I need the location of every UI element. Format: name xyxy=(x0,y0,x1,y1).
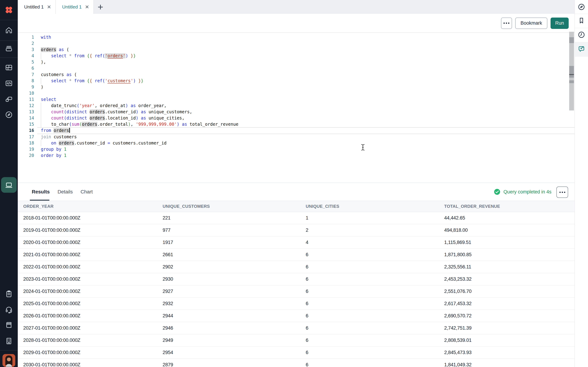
close-icon[interactable]: ✕ xyxy=(47,4,51,10)
tab-results[interactable]: Results xyxy=(32,189,50,195)
table-cell: 4 xyxy=(306,240,444,245)
line-number: 5 xyxy=(18,59,34,65)
clipboard-icon[interactable] xyxy=(5,290,13,298)
results-more-button[interactable] xyxy=(556,186,568,198)
table-cell: 2,453,253.32 xyxy=(444,276,574,282)
code-line-10[interactable]: 10 xyxy=(18,90,574,96)
sql-editor[interactable]: 1with23orders as (4 select * from {{ ref… xyxy=(18,33,574,183)
tab-untitled-2[interactable]: Untitled 1 ✕ xyxy=(56,0,94,14)
ai-chat-icon[interactable] xyxy=(578,45,585,53)
code-line-1[interactable]: 1with xyxy=(18,34,574,41)
code-line-6[interactable]: 6 xyxy=(18,65,574,71)
support-headset-icon[interactable] xyxy=(5,306,13,314)
table-cell: 221 xyxy=(163,215,306,221)
table-row[interactable]: 2022-01-01T00:00:00.000Z290262,325,556.1… xyxy=(18,261,574,273)
new-tab-button[interactable]: + xyxy=(98,2,103,12)
bookmark-icon[interactable] xyxy=(578,17,585,25)
explore-compass-icon[interactable] xyxy=(5,111,13,119)
tab-untitled-1[interactable]: Untitled 1 ✕ xyxy=(18,0,56,14)
code-line-15[interactable]: 15 to_char(sum(orders.order_total), '999… xyxy=(18,121,574,127)
table-cell: 2902 xyxy=(163,264,306,270)
table-row[interactable]: 2027-01-01T00:00:00.000Z294662,742,751.3… xyxy=(18,322,574,334)
table-cell: 2 xyxy=(306,227,444,233)
close-icon[interactable]: ✕ xyxy=(85,4,89,10)
organization-building-icon[interactable] xyxy=(5,337,13,345)
tab-label: Untitled 1 xyxy=(62,4,82,10)
table-cell: 2024-01-01T00:00:00.000Z xyxy=(23,289,163,294)
more-options-button[interactable] xyxy=(501,17,512,29)
table-row[interactable]: 2021-01-01T00:00:00.000Z266161,871,800.8… xyxy=(18,249,574,261)
code-line-2[interactable]: 2 xyxy=(18,41,574,47)
code-line-13[interactable]: 13 count(distinct orders.customer_id) as… xyxy=(18,109,574,115)
table-row[interactable]: 2023-01-01T00:00:00.000Z293062,453,253.3… xyxy=(18,273,574,285)
left-sidebar xyxy=(0,0,18,367)
compass-icon[interactable] xyxy=(578,3,585,11)
table-row[interactable]: 2028-01-01T00:00:00.000Z294962,808,539.0… xyxy=(18,334,574,347)
code-line-16[interactable]: 16from orders xyxy=(18,127,574,134)
divider xyxy=(0,58,18,58)
table-row[interactable]: 2020-01-01T00:00:00.000Z191741,115,869.5… xyxy=(18,236,574,249)
column-header[interactable]: ORDER_YEAR xyxy=(23,204,163,209)
table-row[interactable]: 2025-01-01T00:00:00.000Z293262,617,453.3… xyxy=(18,298,574,310)
column-header[interactable]: UNIQUE_CUSTOMERS xyxy=(163,204,306,209)
toolbar: Bookmark Run xyxy=(18,14,574,33)
code-line-18[interactable]: 18 on orders.customer_id = customers.cus… xyxy=(18,140,574,146)
results-panel: Results Details Chart Query completed in… xyxy=(18,183,574,367)
overview-ruler-scrollbar[interactable] xyxy=(569,32,574,110)
projects-tray-icon[interactable] xyxy=(5,44,13,52)
line-number: 11 xyxy=(18,96,34,103)
user-avatar[interactable] xyxy=(2,354,15,367)
table-row[interactable]: 2029-01-01T00:00:00.000Z295462,845,473.9… xyxy=(18,347,574,359)
table-row[interactable]: 2026-01-01T00:00:00.000Z294462,690,570.7… xyxy=(18,310,574,322)
table-cell: 1 xyxy=(306,215,444,221)
text-cursor-pointer xyxy=(361,144,365,151)
table-row[interactable]: 2030-01-01T00:00:00.000Z287961,841,049.3… xyxy=(18,359,574,367)
code-line-12[interactable]: 12 date_trunc('year', ordered_at) as ord… xyxy=(18,103,574,109)
table-cell: 1,115,869.51 xyxy=(444,240,574,245)
code-line-4[interactable]: 4 select * from {{ ref('orders') }} xyxy=(18,53,574,59)
query-status-text: Query completed in 4s xyxy=(503,189,551,195)
column-header[interactable]: UNIQUE_CITIES xyxy=(306,204,444,209)
code-line-5[interactable]: 5), xyxy=(18,59,574,65)
code-line-3[interactable]: 3orders as ( xyxy=(18,47,574,53)
check-circle-icon xyxy=(493,188,501,195)
table-cell: 2026-01-01T00:00:00.000Z xyxy=(23,313,163,319)
table-cell: 6 xyxy=(306,264,444,270)
tab-details[interactable]: Details xyxy=(58,189,73,195)
table-cell: 2030-01-01T00:00:00.000Z xyxy=(23,362,163,367)
run-button[interactable]: Run xyxy=(551,17,569,29)
hex-logo[interactable] xyxy=(0,0,18,20)
code-lines: 1with23orders as (4 select * from {{ ref… xyxy=(18,34,574,159)
bookmark-button[interactable]: Bookmark xyxy=(515,17,547,29)
templates-grid-icon[interactable] xyxy=(5,63,13,72)
code-line-9[interactable]: 9) xyxy=(18,84,574,90)
tab-chart[interactable]: Chart xyxy=(81,189,93,195)
code-line-14[interactable]: 14 count(distinct orders.location_id) as… xyxy=(18,115,574,121)
code-line-8[interactable]: 8 select * from {{ ref('customers') }} xyxy=(18,78,574,84)
table-cell: 2879 xyxy=(163,362,306,367)
history-clock-icon[interactable] xyxy=(578,31,585,39)
line-number: 17 xyxy=(18,134,34,140)
divider xyxy=(575,28,588,28)
divider xyxy=(0,350,18,350)
code-line-11[interactable]: 11select xyxy=(18,96,574,103)
code-line-20[interactable]: 20order by 1 xyxy=(18,152,574,159)
column-header[interactable]: TOTAL_ORDER_REVENUE xyxy=(444,204,574,209)
main-area: Untitled 1 ✕ Untitled 1 ✕ + Bookmark Run… xyxy=(18,0,574,367)
home-icon[interactable] xyxy=(5,26,13,34)
components-icon[interactable] xyxy=(5,95,13,103)
code-line-7[interactable]: 7customers as ( xyxy=(18,72,574,78)
code-line-17[interactable]: 17join customers xyxy=(18,134,574,140)
workspace-laptop-item-active[interactable] xyxy=(1,177,17,193)
line-number: 8 xyxy=(18,78,34,84)
table-row[interactable]: 2019-01-01T00:00:00.000Z9772494,818.00 xyxy=(18,224,574,236)
table-cell: 2954 xyxy=(163,350,306,355)
table-row[interactable]: 2024-01-01T00:00:00.000Z292762,551,076.7… xyxy=(18,285,574,298)
table-cell: 2021-01-01T00:00:00.000Z xyxy=(23,252,163,258)
docs-book-icon[interactable] xyxy=(5,321,13,329)
table-row[interactable]: 2018-01-01T00:00:00.000Z221144,442.65 xyxy=(18,212,574,224)
code-window-icon[interactable] xyxy=(5,79,13,87)
code-line-19[interactable]: 19group by 1 xyxy=(18,146,574,152)
hex-logo-icon xyxy=(4,5,14,15)
table-cell: 6 xyxy=(306,301,444,306)
